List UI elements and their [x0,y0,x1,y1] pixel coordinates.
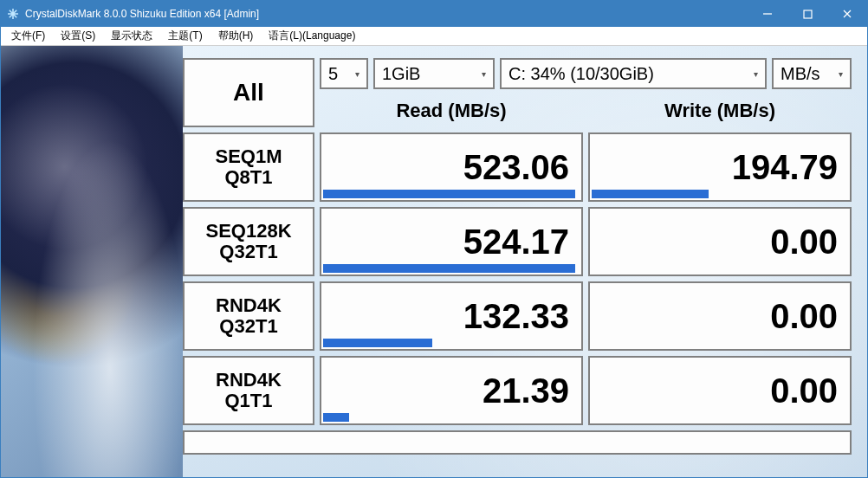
test-button-2[interactable]: RND4KQ32T1 [183,281,314,351]
read-result-2: 132.33 [320,281,583,351]
write-bar [592,190,709,198]
read-result-1: 524.17 [320,207,583,276]
titlebar[interactable]: CrystalDiskMark 8.0.0 Shizuku Edition x6… [1,1,867,27]
close-button[interactable] [827,1,867,27]
test-label-2: Q8T1 [224,167,272,188]
chevron-down-icon: ▾ [834,68,846,80]
write-header-label: Write (MB/s) [664,100,775,122]
drive-select[interactable]: C: 34% (10/30GiB) ▾ [500,58,767,89]
read-value: 523.06 [463,148,569,187]
menubar: 文件(F) 设置(S) 显示状态 主题(T) 帮助(H) 语言(L)(Langu… [1,27,867,46]
write-header: Write (MB/s) [588,95,852,126]
minimize-icon [762,9,773,19]
read-value: 21.39 [483,371,569,410]
test-label-1: SEQ128K [205,221,291,242]
minimize-button[interactable] [748,1,787,27]
menu-theme[interactable]: 主题(T) [161,27,209,45]
status-row [183,430,852,455]
app-icon [6,7,20,21]
write-value: 0.00 [770,371,838,410]
read-bar [323,264,575,273]
write-value: 0.00 [770,223,838,262]
run-all-label: All [233,79,264,107]
window-title: CrystalDiskMark 8.0.0 Shizuku Edition x6… [25,8,748,20]
test-label-1: RND4K [216,295,282,316]
menu-file[interactable]: 文件(F) [4,27,52,45]
runs-value: 5 [328,64,338,84]
test-label-1: SEQ1M [215,146,282,167]
write-result-3: 0.00 [588,356,852,425]
maximize-icon [803,10,813,19]
drive-value: C: 34% (10/30GiB) [508,64,654,84]
chevron-down-icon: ▾ [477,68,489,80]
test-label-2: Q32T1 [219,242,277,262]
unit-select[interactable]: MB/s ▾ [772,58,852,89]
test-button-3[interactable]: RND4KQ1T1 [183,356,314,425]
read-result-3: 21.39 [320,356,583,425]
test-button-0[interactable]: SEQ1MQ8T1 [183,132,314,202]
read-bar [323,413,349,422]
read-bar [323,339,432,347]
read-value: 524.17 [463,223,569,262]
test-size-value: 1GiB [382,64,420,84]
maximize-button[interactable] [787,1,827,27]
run-all-button[interactable]: All [183,58,314,127]
write-result-2: 0.00 [588,281,852,351]
read-bar [323,190,575,198]
read-header-label: Read (MB/s) [396,100,506,122]
test-label-2: Q1T1 [224,391,272,411]
status-bar [183,430,852,455]
menu-display[interactable]: 显示状态 [104,27,159,45]
read-header: Read (MB/s) [320,95,583,126]
write-result-0: 194.79 [588,132,852,202]
svg-rect-1 [804,10,812,18]
read-result-0: 523.06 [320,132,583,202]
test-button-1[interactable]: SEQ128KQ32T1 [183,207,314,276]
menu-language[interactable]: 语言(L)(Language) [262,27,362,45]
test-label-2: Q32T1 [219,316,277,337]
write-result-1: 0.00 [588,207,852,276]
close-icon [842,9,852,19]
read-value: 132.33 [463,297,569,336]
write-value: 0.00 [770,297,838,336]
benchmark-panel: All 5 ▾ 1GiB ▾ C: 34% (10/30GiB) ▾ MB/s … [183,58,857,455]
runs-select[interactable]: 5 ▾ [320,58,368,89]
selector-row: 5 ▾ 1GiB ▾ C: 34% (10/30GiB) ▾ MB/s ▾ [320,58,852,89]
menu-settings[interactable]: 设置(S) [54,27,102,45]
menu-help[interactable]: 帮助(H) [211,27,261,45]
chevron-down-icon: ▾ [749,68,761,80]
test-label-1: RND4K [216,370,282,391]
client-area: All 5 ▾ 1GiB ▾ C: 34% (10/30GiB) ▾ MB/s … [1,46,867,477]
unit-value: MB/s [781,64,820,84]
app-window: CrystalDiskMark 8.0.0 Shizuku Edition x6… [0,0,868,478]
chevron-down-icon: ▾ [351,68,363,80]
test-size-select[interactable]: 1GiB ▾ [373,58,495,89]
write-value: 194.79 [732,148,838,187]
character-art [1,46,183,477]
